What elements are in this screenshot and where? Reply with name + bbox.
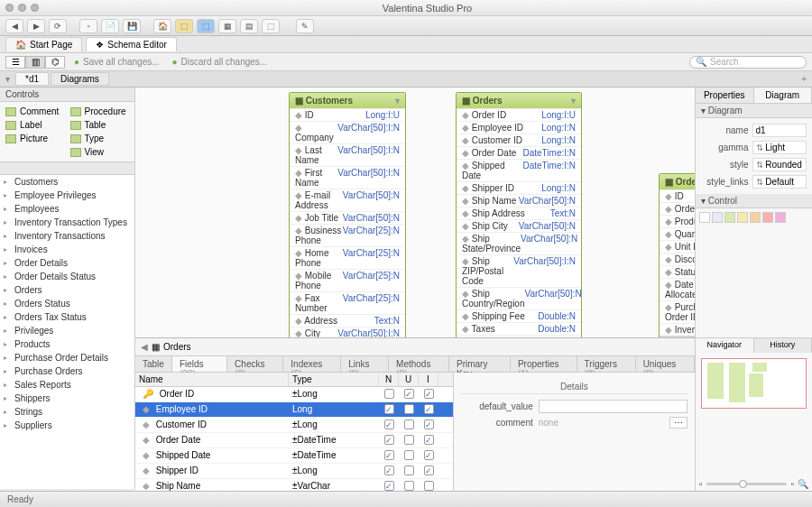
tool-a-button[interactable]: ⬚ [175, 19, 193, 33]
palette-label[interactable]: Label [4, 119, 67, 131]
field-row[interactable]: ◆ Shipper ID±Long [135, 464, 453, 479]
field-row[interactable]: ◆ Date AllocatedDateTime:N [660, 278, 695, 300]
tree-item-inventory-transactions[interactable]: Inventory Transactions [0, 229, 134, 243]
comment-expand-button[interactable]: ⋯ [669, 417, 687, 429]
palette-comment[interactable]: Comment [4, 106, 67, 117]
color-swatch[interactable] [762, 212, 773, 223]
field-row[interactable]: ◆ First NameVarChar[50]:I:N [290, 166, 405, 189]
checkbox[interactable] [384, 419, 394, 429]
color-swatch[interactable] [724, 212, 735, 223]
field-row[interactable]: ◆ AddressText:N [290, 314, 405, 327]
field-row[interactable]: ◆ Employee IDLong:I:N [457, 121, 581, 134]
field-row[interactable]: ◆ Ship CityVarChar[50]:N [457, 219, 581, 232]
field-row[interactable]: ◆ IDLong:I:U [290, 108, 405, 121]
checkbox[interactable] [424, 466, 434, 475]
fields-table[interactable]: Name Type N U I 🔑 Order ID±Long◆ Employe… [135, 373, 453, 491]
default-value-input[interactable] [539, 400, 687, 413]
field-row[interactable]: ◆ IDLong:I:U [660, 189, 695, 202]
view-list-icon[interactable]: ☰ [5, 56, 25, 69]
home-button[interactable]: 🏠 [153, 19, 171, 33]
bottom-tab-indexes[interactable]: Indexes (6) [283, 356, 341, 372]
field-row[interactable]: ◆ Order IDLong:I [660, 202, 695, 215]
checkbox[interactable] [404, 466, 414, 475]
bottom-tab-fields[interactable]: Fields (20) [172, 356, 227, 372]
open-button[interactable]: 📄 [101, 19, 119, 33]
field-row[interactable]: ◆ Shipped Date±DateTime [135, 448, 453, 464]
bottom-tab-triggers[interactable]: Triggers (0) [577, 356, 636, 372]
prop-gamma-select[interactable]: ⇅ Light [752, 141, 807, 154]
field-row[interactable]: ◆ Ship Name±VarChar [135, 479, 453, 491]
zoom-fit-icon[interactable]: 🔍 [798, 479, 808, 489]
field-row[interactable]: ◆ Last NameVarChar[50]:I:N [290, 143, 405, 166]
tree-item-employees[interactable]: Employees [0, 202, 134, 216]
zoom-out-icon[interactable]: ▫ [699, 479, 703, 489]
tool-e-button[interactable]: ⬚ [262, 19, 280, 33]
checkbox[interactable] [384, 435, 394, 445]
checkbox[interactable] [404, 481, 414, 491]
color-swatch[interactable] [737, 212, 748, 223]
field-row[interactable]: ◆ DiscountDouble [660, 253, 695, 265]
tree-item-orders[interactable]: Orders [0, 283, 134, 297]
palette-procedure[interactable]: Procedure [69, 106, 132, 117]
tree-item-inventory-transaction-types[interactable]: Inventory Transaction Types [0, 216, 134, 229]
checkbox[interactable] [384, 466, 394, 475]
checkbox[interactable] [404, 389, 414, 399]
tree-item-order-details[interactable]: Order Details [0, 256, 134, 270]
bottom-tab-links[interactable]: Links (8) [341, 356, 389, 372]
tree-item-purchase-orders[interactable]: Purchase Orders [0, 364, 134, 378]
checkbox[interactable] [424, 389, 434, 399]
tab-start-page[interactable]: 🏠 Start Page [5, 37, 82, 51]
save-button[interactable]: 💾 [123, 19, 141, 33]
field-row[interactable]: ◆ Ship NameVarChar[50]:N [457, 194, 581, 207]
field-row[interactable]: ◆ Shipper IDLong:I:N [457, 181, 581, 194]
checkbox[interactable] [404, 404, 414, 414]
traffic-lights[interactable] [5, 4, 39, 12]
entity-menu-icon[interactable]: ▾ [571, 96, 576, 106]
field-row[interactable]: ◆ Shipped DateDateTime:I:N [457, 159, 581, 181]
field-row[interactable]: ◆ Fax NumberVarChar[25]:N [290, 291, 405, 314]
bottom-tab-properties[interactable]: Properties (1) [511, 356, 577, 372]
add-tab-button[interactable]: + [801, 74, 807, 84]
view-column-icon[interactable]: ▥ [25, 56, 45, 69]
checkbox[interactable] [404, 450, 414, 460]
checkbox[interactable] [384, 481, 394, 491]
field-row[interactable]: ◆ Employee IDLong [135, 402, 453, 418]
color-swatch[interactable] [750, 212, 761, 223]
entity-menu-icon[interactable]: ▾ [395, 96, 400, 106]
color-swatch[interactable] [775, 212, 786, 223]
field-row[interactable]: 🔑 Order ID±Long [135, 387, 453, 402]
checkbox[interactable] [384, 450, 394, 460]
group-diagram-header[interactable]: ▾ Diagram [696, 104, 812, 118]
doc-tab-diagrams[interactable]: Diagrams [51, 72, 109, 86]
field-row[interactable]: ◆ Business PhoneVarChar[25]:N [290, 224, 405, 246]
close-window-icon[interactable] [5, 4, 14, 12]
field-row[interactable]: ◆ Ship AddressText:N [457, 207, 581, 219]
prop-name-input[interactable]: d1 [752, 124, 807, 137]
field-row[interactable]: ◆ Inventory IDLong:N [660, 323, 695, 336]
field-row[interactable]: ◆ Order DateDateTime:I:N [457, 146, 581, 159]
group-control-header[interactable]: ▾ Control [696, 194, 812, 208]
bottom-tab-primary-key[interactable]: Primary Key [449, 356, 511, 372]
search-input[interactable]: 🔍 Search [689, 56, 807, 69]
tree-item-purchase-order-details[interactable]: Purchase Order Details [0, 351, 134, 364]
color-swatch[interactable] [712, 212, 723, 223]
tab-history[interactable]: History [754, 338, 813, 353]
tab-diagram[interactable]: Diagram [754, 88, 813, 103]
field-row[interactable]: ◆ Status IDLong:I:N [660, 265, 695, 278]
checkbox[interactable] [404, 419, 414, 429]
tree-item-suppliers[interactable]: Suppliers [0, 419, 134, 432]
tab-schema-editor[interactable]: ❖ Schema Editor [86, 37, 177, 51]
bottom-tab-checks[interactable]: Checks (0) [227, 356, 283, 372]
bottom-tab-methods[interactable]: Methods (0) [389, 356, 449, 372]
view-mode-segment[interactable]: ☰ ▥ ⌬ [5, 56, 65, 69]
refresh-button[interactable]: ⟳ [49, 19, 67, 33]
tree-item-invoices[interactable]: Invoices [0, 243, 134, 256]
field-row[interactable]: ◆ Home PhoneVarChar[25]:N [290, 246, 405, 269]
color-swatch[interactable] [699, 212, 710, 223]
tab-navigator[interactable]: Navigator [696, 338, 754, 353]
tab-properties[interactable]: Properties [696, 88, 754, 103]
tree-item-orders-status[interactable]: Orders Status [0, 297, 134, 310]
zoom-window-icon[interactable] [31, 4, 39, 12]
field-row[interactable]: ◆ Ship Country/RegionVarChar[50]:N [457, 287, 581, 309]
palette-picture[interactable]: Picture [4, 133, 67, 144]
